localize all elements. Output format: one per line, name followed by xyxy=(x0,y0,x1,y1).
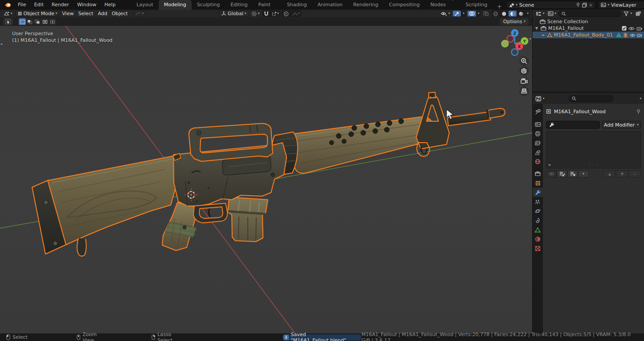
gizmo-axis-x-negative[interactable] xyxy=(507,36,514,42)
modifier-extras-dropdown[interactable]: ▾ xyxy=(578,170,589,177)
tab-animation[interactable]: Animation xyxy=(312,0,348,10)
tab-constraints[interactable] xyxy=(533,216,543,225)
tab-scene[interactable] xyxy=(533,148,543,157)
pin-icon[interactable] xyxy=(636,109,641,114)
show-overlays-toggle[interactable] xyxy=(468,11,476,16)
exclude-checkbox[interactable] xyxy=(622,26,627,31)
shading-solid-button[interactable] xyxy=(500,11,508,16)
tab-rendering[interactable]: Rendering xyxy=(348,0,384,10)
viewlayer-selector[interactable]: ▾ ViewLayer × xyxy=(598,1,644,9)
menu-object[interactable]: Object xyxy=(110,10,130,17)
properties-search[interactable] xyxy=(569,95,613,102)
tab-collection[interactable] xyxy=(533,169,543,178)
modifier-stack-list[interactable]: ► ⋮⋮⋮ xyxy=(546,131,641,168)
modifier-search-field[interactable] xyxy=(546,121,600,129)
object-expand-arrow[interactable]: ► xyxy=(541,33,546,37)
pivot-point-dropdown[interactable]: ▾ xyxy=(250,10,262,17)
properties-options-dropdown[interactable]: ▾ xyxy=(640,97,641,100)
select-mode-invert[interactable] xyxy=(41,18,49,25)
tab-output[interactable] xyxy=(533,129,543,138)
tab-tool[interactable] xyxy=(533,107,543,117)
mesh-data-icon[interactable] xyxy=(616,33,621,37)
saved-notification[interactable]: i Saved "M16A1_Fallout.blend" xyxy=(283,334,361,341)
tab-view-layer[interactable] xyxy=(533,138,543,148)
tab-world[interactable] xyxy=(533,157,543,166)
hide-eye-icon[interactable] xyxy=(628,26,635,31)
outliner-filter-dropdown[interactable]: ▾ xyxy=(623,10,633,17)
navigation-gizmo[interactable]: Z Y X xyxy=(502,29,529,56)
collection-expand-arrow[interactable]: ▼ xyxy=(534,26,539,30)
tool-options-dropdown[interactable]: Options ▾ xyxy=(500,18,529,25)
tab-texture-paint[interactable]: Texture Paint xyxy=(253,0,282,10)
tab-texture[interactable] xyxy=(533,244,543,253)
shading-settings-dropdown[interactable]: ▾ xyxy=(525,11,530,16)
new-scene-icon[interactable] xyxy=(582,3,587,8)
move-modifier-down-button[interactable]: ▼ xyxy=(616,170,628,177)
proportional-editing-toggle[interactable] xyxy=(282,11,290,16)
outliner-search[interactable] xyxy=(558,11,621,17)
tab-shading[interactable]: Shading xyxy=(282,0,312,10)
select-mode-extend[interactable] xyxy=(26,18,33,25)
menu-view[interactable]: View xyxy=(60,10,75,17)
menu-edit[interactable]: Edit xyxy=(30,0,47,10)
outliner-editor-type-button[interactable]: ▾ xyxy=(535,10,546,17)
tab-object-data[interactable] xyxy=(533,225,543,234)
shading-material-preview-button[interactable] xyxy=(509,11,517,16)
tab-physics[interactable] xyxy=(533,206,543,216)
zoom-button[interactable] xyxy=(519,56,529,66)
select-mode-intersect[interactable] xyxy=(49,18,56,25)
tab-compositing[interactable]: Compositing xyxy=(384,0,425,10)
gizmo-axis-z-negative[interactable] xyxy=(512,49,518,56)
active-tool-fallback[interactable]: ▾ xyxy=(133,10,146,17)
gizmo-axis-y-negative[interactable] xyxy=(502,41,509,47)
menu-select[interactable]: Select xyxy=(76,10,95,17)
tab-object[interactable] xyxy=(533,178,543,188)
snap-settings-dropdown[interactable]: ▾ xyxy=(271,11,280,16)
menu-add[interactable]: Add xyxy=(96,10,109,17)
select-mode-set[interactable] xyxy=(19,18,26,25)
unlink-scene-button[interactable]: × xyxy=(589,3,592,8)
tab-scripting[interactable]: Scripting xyxy=(460,0,493,10)
add-workspace-button[interactable]: + xyxy=(492,4,506,10)
rifle-model[interactable] xyxy=(32,92,505,256)
menu-render[interactable]: Render xyxy=(48,0,73,10)
toggle-visibility-button[interactable] xyxy=(546,170,557,177)
toolbar-expand-arrow[interactable]: ▸ xyxy=(1,42,3,46)
snap-toggle[interactable] xyxy=(263,11,270,16)
shading-wireframe-button[interactable] xyxy=(492,11,500,16)
material-slot[interactable] xyxy=(623,33,628,38)
mode-dropdown[interactable]: Object Mode ▾ xyxy=(15,10,60,17)
tab-modifiers[interactable] xyxy=(533,188,543,197)
properties-editor-type-button[interactable]: ▾ xyxy=(535,95,545,102)
sidebar-expand-arrow[interactable]: ◂ xyxy=(529,37,531,41)
editor-type-button[interactable]: ▾ xyxy=(2,10,14,17)
tab-modeling[interactable]: Modeling xyxy=(159,0,192,10)
show-gizmo-toggle[interactable] xyxy=(453,11,461,16)
move-modifier-up-button[interactable]: ▲ xyxy=(603,170,616,177)
menu-window[interactable]: Window xyxy=(73,0,100,10)
tab-material[interactable] xyxy=(533,234,543,244)
gizmo-settings-dropdown[interactable]: ▾ xyxy=(461,11,466,16)
delete-all-modifiers-button[interactable] xyxy=(567,170,578,177)
tab-layout[interactable]: Layout xyxy=(131,0,158,10)
modifier-list-expand-arrow[interactable]: ► xyxy=(549,163,551,167)
outliner-row-object[interactable]: ► M16A1_Fallout_Body_01 xyxy=(533,32,644,38)
tab-particles[interactable] xyxy=(533,197,543,206)
overlays-settings-dropdown[interactable]: ▾ xyxy=(476,11,481,16)
proportional-falloff-dropdown[interactable]: ▾ xyxy=(291,11,301,16)
tab-uv-editing[interactable]: UV Editing xyxy=(225,0,253,10)
pin-icon[interactable] xyxy=(576,3,580,7)
transform-orientation-dropdown[interactable]: Global ▾ xyxy=(219,10,249,17)
object-visibility-dropdown[interactable]: ▾ xyxy=(439,10,452,17)
menu-file[interactable]: File xyxy=(14,0,30,10)
blender-logo[interactable] xyxy=(0,2,14,8)
add-modifier-dropdown[interactable]: Add Modifier ▾ xyxy=(602,121,641,129)
scene-selector[interactable]: ▾ Scene × xyxy=(506,1,595,9)
select-mode-subtract[interactable] xyxy=(34,18,41,25)
active-tool-select-box[interactable] xyxy=(4,18,12,25)
pan-button[interactable] xyxy=(519,66,529,76)
outliner-row-collection[interactable]: ▼ M16A1_Fallout xyxy=(533,25,644,32)
outliner-row-scene-collection[interactable]: Scene Collection xyxy=(533,18,644,25)
3d-viewport[interactable]: Z Y X xyxy=(0,26,532,333)
outliner-display-mode-dropdown[interactable]: ▾ xyxy=(547,10,558,17)
